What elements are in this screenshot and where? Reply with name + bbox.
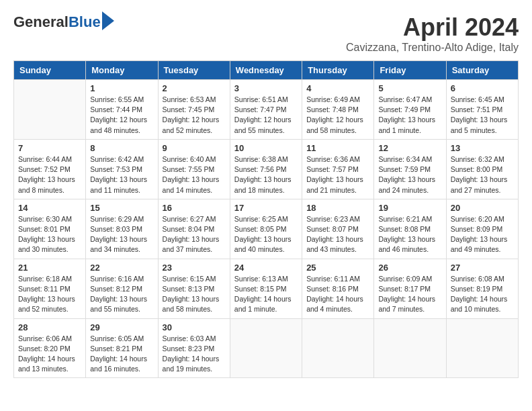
day-info: Sunrise: 6:18 AM Sunset: 8:11 PM Dayligh… <box>18 274 81 315</box>
calendar-cell: 12Sunrise: 6:34 AM Sunset: 7:59 PM Dayli… <box>374 139 446 199</box>
day-info: Sunrise: 6:23 AM Sunset: 8:07 PM Dayligh… <box>306 214 369 255</box>
day-number: 13 <box>451 143 514 153</box>
day-number: 28 <box>18 322 81 332</box>
day-info: Sunrise: 6:03 AM Sunset: 8:23 PM Dayligh… <box>163 334 226 375</box>
calendar-cell: 9Sunrise: 6:40 AM Sunset: 7:55 PM Daylig… <box>158 139 230 199</box>
day-number: 24 <box>234 263 298 273</box>
calendar-cell: 17Sunrise: 6:25 AM Sunset: 8:05 PM Dayli… <box>230 199 302 259</box>
day-info: Sunrise: 6:21 AM Sunset: 8:08 PM Dayligh… <box>378 214 441 255</box>
calendar-cell: 2Sunrise: 6:53 AM Sunset: 7:45 PM Daylig… <box>158 80 230 140</box>
calendar-table: SundayMondayTuesdayWednesdayThursdayFrid… <box>13 60 519 378</box>
calendar-cell: 10Sunrise: 6:38 AM Sunset: 7:56 PM Dayli… <box>230 139 302 199</box>
day-info: Sunrise: 6:40 AM Sunset: 7:55 PM Dayligh… <box>163 154 226 195</box>
day-number: 19 <box>378 203 441 213</box>
day-info: Sunrise: 6:32 AM Sunset: 8:00 PM Dayligh… <box>451 154 514 195</box>
day-number: 29 <box>90 322 153 332</box>
calendar-cell: 22Sunrise: 6:16 AM Sunset: 8:12 PM Dayli… <box>86 259 158 318</box>
day-number: 2 <box>163 83 226 93</box>
day-info: Sunrise: 6:13 AM Sunset: 8:15 PM Dayligh… <box>234 274 298 315</box>
calendar-header-row: SundayMondayTuesdayWednesdayThursdayFrid… <box>14 61 519 80</box>
calendar-week-row: 14Sunrise: 6:30 AM Sunset: 8:01 PM Dayli… <box>14 199 519 259</box>
day-number: 27 <box>451 263 514 273</box>
calendar-cell: 30Sunrise: 6:03 AM Sunset: 8:23 PM Dayli… <box>158 318 230 378</box>
calendar-week-row: 1Sunrise: 6:55 AM Sunset: 7:44 PM Daylig… <box>14 80 519 140</box>
day-number: 22 <box>90 263 153 273</box>
day-number: 16 <box>163 203 226 213</box>
day-number: 30 <box>163 322 226 332</box>
day-info: Sunrise: 6:53 AM Sunset: 7:45 PM Dayligh… <box>163 95 226 136</box>
weekday-header: Monday <box>86 61 158 80</box>
day-info: Sunrise: 6:30 AM Sunset: 8:01 PM Dayligh… <box>18 214 81 255</box>
day-info: Sunrise: 6:47 AM Sunset: 7:49 PM Dayligh… <box>378 95 441 136</box>
day-number: 10 <box>234 143 298 153</box>
logo-blue-text: Blue <box>69 13 101 31</box>
day-number: 18 <box>306 203 369 213</box>
day-number: 9 <box>163 143 226 153</box>
day-number: 8 <box>90 143 153 153</box>
weekday-header: Saturday <box>446 61 518 80</box>
day-number: 21 <box>18 263 81 273</box>
calendar-cell: 13Sunrise: 6:32 AM Sunset: 8:00 PM Dayli… <box>446 139 518 199</box>
calendar-cell: 1Sunrise: 6:55 AM Sunset: 7:44 PM Daylig… <box>86 80 158 140</box>
calendar-cell: 5Sunrise: 6:47 AM Sunset: 7:49 PM Daylig… <box>374 80 446 140</box>
day-info: Sunrise: 6:25 AM Sunset: 8:05 PM Dayligh… <box>234 214 298 255</box>
day-number: 4 <box>306 83 369 93</box>
calendar-cell: 8Sunrise: 6:42 AM Sunset: 7:53 PM Daylig… <box>86 139 158 199</box>
day-number: 17 <box>234 203 298 213</box>
day-info: Sunrise: 6:05 AM Sunset: 8:21 PM Dayligh… <box>90 334 153 375</box>
day-info: Sunrise: 6:20 AM Sunset: 8:09 PM Dayligh… <box>451 214 514 255</box>
day-number: 7 <box>18 143 81 153</box>
calendar-cell: 15Sunrise: 6:29 AM Sunset: 8:03 PM Dayli… <box>86 199 158 259</box>
calendar-cell: 21Sunrise: 6:18 AM Sunset: 8:11 PM Dayli… <box>14 259 86 318</box>
day-number: 3 <box>234 83 298 93</box>
calendar-cell: 26Sunrise: 6:09 AM Sunset: 8:17 PM Dayli… <box>374 259 446 318</box>
calendar-cell: 24Sunrise: 6:13 AM Sunset: 8:15 PM Dayli… <box>230 259 302 318</box>
page-header: General Blue April 2024 Cavizzana, Trent… <box>13 13 519 54</box>
calendar-cell: 4Sunrise: 6:49 AM Sunset: 7:48 PM Daylig… <box>302 80 374 140</box>
day-number: 6 <box>451 83 514 93</box>
weekday-header: Sunday <box>14 61 86 80</box>
calendar-week-row: 21Sunrise: 6:18 AM Sunset: 8:11 PM Dayli… <box>14 259 519 318</box>
day-info: Sunrise: 6:27 AM Sunset: 8:04 PM Dayligh… <box>163 214 226 255</box>
weekday-header: Wednesday <box>230 61 302 80</box>
day-number: 25 <box>306 263 369 273</box>
day-info: Sunrise: 6:55 AM Sunset: 7:44 PM Dayligh… <box>90 95 153 136</box>
logo-general-text: General <box>13 13 69 31</box>
calendar-cell: 3Sunrise: 6:51 AM Sunset: 7:47 PM Daylig… <box>230 80 302 140</box>
calendar-cell <box>14 80 86 140</box>
calendar-cell: 20Sunrise: 6:20 AM Sunset: 8:09 PM Dayli… <box>446 199 518 259</box>
calendar-cell <box>374 318 446 378</box>
calendar-week-row: 7Sunrise: 6:44 AM Sunset: 7:52 PM Daylig… <box>14 139 519 199</box>
day-info: Sunrise: 6:08 AM Sunset: 8:19 PM Dayligh… <box>451 274 514 315</box>
day-number: 11 <box>306 143 369 153</box>
calendar-cell: 7Sunrise: 6:44 AM Sunset: 7:52 PM Daylig… <box>14 139 86 199</box>
calendar-cell: 27Sunrise: 6:08 AM Sunset: 8:19 PM Dayli… <box>446 259 518 318</box>
title-block: April 2024 Cavizzana, Trentino-Alto Adig… <box>346 13 519 54</box>
day-number: 1 <box>90 83 153 93</box>
calendar-cell: 23Sunrise: 6:15 AM Sunset: 8:13 PM Dayli… <box>158 259 230 318</box>
day-info: Sunrise: 6:49 AM Sunset: 7:48 PM Dayligh… <box>306 95 369 136</box>
calendar-cell: 11Sunrise: 6:36 AM Sunset: 7:57 PM Dayli… <box>302 139 374 199</box>
page-title: April 2024 <box>346 13 519 42</box>
logo: General Blue <box>13 13 114 31</box>
calendar-cell: 18Sunrise: 6:23 AM Sunset: 8:07 PM Dayli… <box>302 199 374 259</box>
calendar-cell <box>446 318 518 378</box>
calendar-cell <box>302 318 374 378</box>
page-subtitle: Cavizzana, Trentino-Alto Adige, Italy <box>346 42 519 54</box>
day-info: Sunrise: 6:45 AM Sunset: 7:51 PM Dayligh… <box>451 95 514 136</box>
weekday-header: Thursday <box>302 61 374 80</box>
day-info: Sunrise: 6:51 AM Sunset: 7:47 PM Dayligh… <box>234 95 298 136</box>
day-info: Sunrise: 6:38 AM Sunset: 7:56 PM Dayligh… <box>234 154 298 195</box>
calendar-cell: 14Sunrise: 6:30 AM Sunset: 8:01 PM Dayli… <box>14 199 86 259</box>
day-number: 23 <box>163 263 226 273</box>
weekday-header: Friday <box>374 61 446 80</box>
day-info: Sunrise: 6:34 AM Sunset: 7:59 PM Dayligh… <box>378 154 441 195</box>
day-number: 15 <box>90 203 153 213</box>
calendar-cell: 29Sunrise: 6:05 AM Sunset: 8:21 PM Dayli… <box>86 318 158 378</box>
calendar-cell <box>230 318 302 378</box>
calendar-cell: 6Sunrise: 6:45 AM Sunset: 7:51 PM Daylig… <box>446 80 518 140</box>
calendar-cell: 28Sunrise: 6:06 AM Sunset: 8:20 PM Dayli… <box>14 318 86 378</box>
day-number: 12 <box>378 143 441 153</box>
day-number: 14 <box>18 203 81 213</box>
calendar-cell: 19Sunrise: 6:21 AM Sunset: 8:08 PM Dayli… <box>374 199 446 259</box>
